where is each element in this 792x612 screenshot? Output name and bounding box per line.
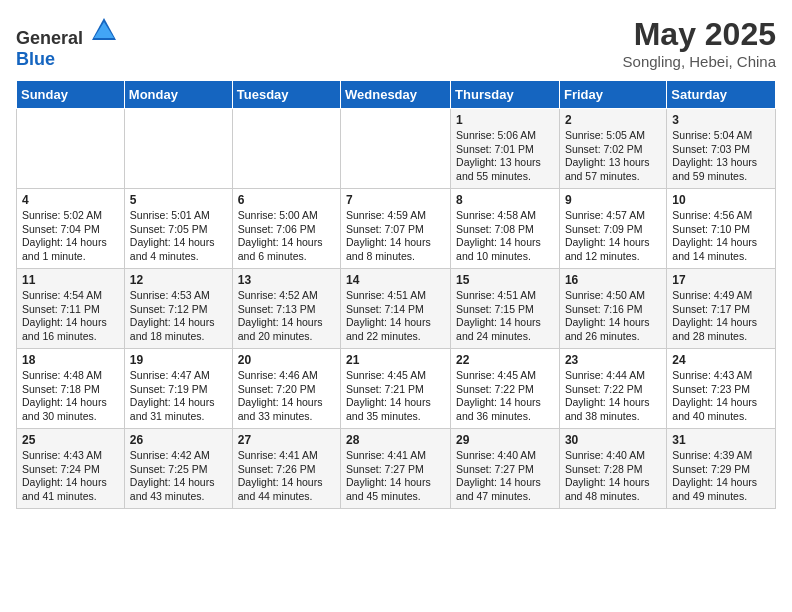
- cell-text: Daylight: 14 hours: [456, 396, 554, 410]
- day-number: 1: [456, 113, 554, 127]
- calendar-cell: 18Sunrise: 4:48 AMSunset: 7:18 PMDayligh…: [17, 349, 125, 429]
- cell-text: Daylight: 14 hours: [346, 236, 445, 250]
- logo-text: General Blue: [16, 16, 118, 70]
- day-number: 13: [238, 273, 335, 287]
- day-number: 28: [346, 433, 445, 447]
- weekday-header: Thursday: [451, 81, 560, 109]
- day-number: 5: [130, 193, 227, 207]
- cell-text: Sunset: 7:17 PM: [672, 303, 770, 317]
- cell-text: Sunset: 7:02 PM: [565, 143, 661, 157]
- cell-text: Daylight: 14 hours: [456, 236, 554, 250]
- cell-text: Daylight: 14 hours: [238, 316, 335, 330]
- cell-text: Daylight: 13 hours: [672, 156, 770, 170]
- cell-text: Sunset: 7:27 PM: [346, 463, 445, 477]
- cell-text: Sunset: 7:09 PM: [565, 223, 661, 237]
- cell-text: Sunset: 7:26 PM: [238, 463, 335, 477]
- logo-general: General: [16, 28, 83, 48]
- day-number: 7: [346, 193, 445, 207]
- day-number: 21: [346, 353, 445, 367]
- cell-text: Sunset: 7:23 PM: [672, 383, 770, 397]
- cell-text: and 31 minutes.: [130, 410, 227, 424]
- cell-text: Daylight: 14 hours: [672, 476, 770, 490]
- calendar-cell: 30Sunrise: 4:40 AMSunset: 7:28 PMDayligh…: [559, 429, 666, 509]
- calendar-cell: 5Sunrise: 5:01 AMSunset: 7:05 PMDaylight…: [124, 189, 232, 269]
- calendar-cell: 3Sunrise: 5:04 AMSunset: 7:03 PMDaylight…: [667, 109, 776, 189]
- day-number: 29: [456, 433, 554, 447]
- cell-text: and 47 minutes.: [456, 490, 554, 504]
- calendar-cell: 31Sunrise: 4:39 AMSunset: 7:29 PMDayligh…: [667, 429, 776, 509]
- cell-text: Sunrise: 4:44 AM: [565, 369, 661, 383]
- cell-text: Daylight: 14 hours: [672, 316, 770, 330]
- cell-text: Daylight: 14 hours: [130, 236, 227, 250]
- cell-text: Daylight: 14 hours: [22, 316, 119, 330]
- day-number: 8: [456, 193, 554, 207]
- cell-text: and 12 minutes.: [565, 250, 661, 264]
- calendar-cell: 2Sunrise: 5:05 AMSunset: 7:02 PMDaylight…: [559, 109, 666, 189]
- logo: General Blue: [16, 16, 118, 70]
- cell-text: and 48 minutes.: [565, 490, 661, 504]
- cell-text: Daylight: 13 hours: [456, 156, 554, 170]
- calendar-cell: 15Sunrise: 4:51 AMSunset: 7:15 PMDayligh…: [451, 269, 560, 349]
- calendar-week-row: 25Sunrise: 4:43 AMSunset: 7:24 PMDayligh…: [17, 429, 776, 509]
- cell-text: and 30 minutes.: [22, 410, 119, 424]
- cell-text: Daylight: 14 hours: [346, 396, 445, 410]
- svg-marker-1: [94, 22, 114, 38]
- calendar-cell: 12Sunrise: 4:53 AMSunset: 7:12 PMDayligh…: [124, 269, 232, 349]
- cell-text: Sunrise: 4:53 AM: [130, 289, 227, 303]
- cell-text: Daylight: 14 hours: [456, 316, 554, 330]
- cell-text: Sunrise: 5:04 AM: [672, 129, 770, 143]
- cell-text: Sunrise: 4:47 AM: [130, 369, 227, 383]
- cell-text: and 10 minutes.: [456, 250, 554, 264]
- day-number: 30: [565, 433, 661, 447]
- cell-text: Sunrise: 4:56 AM: [672, 209, 770, 223]
- cell-text: and 44 minutes.: [238, 490, 335, 504]
- cell-text: Sunrise: 4:48 AM: [22, 369, 119, 383]
- calendar-cell: 20Sunrise: 4:46 AMSunset: 7:20 PMDayligh…: [232, 349, 340, 429]
- cell-text: Sunset: 7:14 PM: [346, 303, 445, 317]
- cell-text: Sunrise: 4:40 AM: [456, 449, 554, 463]
- day-number: 9: [565, 193, 661, 207]
- cell-text: Daylight: 14 hours: [238, 236, 335, 250]
- cell-text: Daylight: 14 hours: [130, 396, 227, 410]
- cell-text: Daylight: 14 hours: [565, 396, 661, 410]
- calendar-cell: 14Sunrise: 4:51 AMSunset: 7:14 PMDayligh…: [341, 269, 451, 349]
- cell-text: Daylight: 14 hours: [130, 476, 227, 490]
- cell-text: Sunset: 7:29 PM: [672, 463, 770, 477]
- cell-text: and 40 minutes.: [672, 410, 770, 424]
- cell-text: and 35 minutes.: [346, 410, 445, 424]
- day-number: 17: [672, 273, 770, 287]
- cell-text: and 4 minutes.: [130, 250, 227, 264]
- calendar-cell: 21Sunrise: 4:45 AMSunset: 7:21 PMDayligh…: [341, 349, 451, 429]
- day-number: 20: [238, 353, 335, 367]
- location-subtitle: Songling, Hebei, China: [623, 53, 776, 70]
- cell-text: and 45 minutes.: [346, 490, 445, 504]
- day-number: 3: [672, 113, 770, 127]
- cell-text: and 38 minutes.: [565, 410, 661, 424]
- cell-text: and 36 minutes.: [456, 410, 554, 424]
- calendar-cell: 6Sunrise: 5:00 AMSunset: 7:06 PMDaylight…: [232, 189, 340, 269]
- cell-text: Sunrise: 5:01 AM: [130, 209, 227, 223]
- calendar-week-row: 18Sunrise: 4:48 AMSunset: 7:18 PMDayligh…: [17, 349, 776, 429]
- cell-text: and 28 minutes.: [672, 330, 770, 344]
- cell-text: Sunset: 7:10 PM: [672, 223, 770, 237]
- calendar-cell: 24Sunrise: 4:43 AMSunset: 7:23 PMDayligh…: [667, 349, 776, 429]
- day-number: 15: [456, 273, 554, 287]
- cell-text: Sunrise: 4:45 AM: [456, 369, 554, 383]
- calendar-cell: 13Sunrise: 4:52 AMSunset: 7:13 PMDayligh…: [232, 269, 340, 349]
- cell-text: Sunset: 7:13 PM: [238, 303, 335, 317]
- cell-text: Sunset: 7:18 PM: [22, 383, 119, 397]
- cell-text: Sunset: 7:22 PM: [456, 383, 554, 397]
- cell-text: Sunrise: 4:57 AM: [565, 209, 661, 223]
- calendar-cell: 22Sunrise: 4:45 AMSunset: 7:22 PMDayligh…: [451, 349, 560, 429]
- cell-text: Sunset: 7:12 PM: [130, 303, 227, 317]
- calendar-cell: 28Sunrise: 4:41 AMSunset: 7:27 PMDayligh…: [341, 429, 451, 509]
- calendar-week-row: 4Sunrise: 5:02 AMSunset: 7:04 PMDaylight…: [17, 189, 776, 269]
- cell-text: Sunset: 7:07 PM: [346, 223, 445, 237]
- day-number: 23: [565, 353, 661, 367]
- cell-text: and 8 minutes.: [346, 250, 445, 264]
- cell-text: and 16 minutes.: [22, 330, 119, 344]
- cell-text: and 24 minutes.: [456, 330, 554, 344]
- day-number: 2: [565, 113, 661, 127]
- weekday-header-row: SundayMondayTuesdayWednesdayThursdayFrid…: [17, 81, 776, 109]
- cell-text: Sunrise: 4:49 AM: [672, 289, 770, 303]
